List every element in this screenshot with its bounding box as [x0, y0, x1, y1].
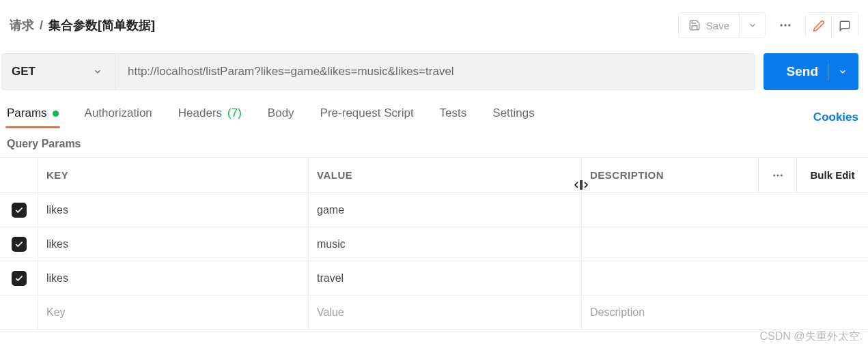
- params-table: KEY VALUE DESCRIPTION Bulk Edit likes ga…: [0, 157, 868, 330]
- row-description[interactable]: [582, 227, 868, 261]
- bulk-edit-button[interactable]: Bulk Edit: [797, 158, 868, 192]
- row-key-placeholder[interactable]: Key: [38, 295, 309, 329]
- tab-label: Headers: [178, 106, 222, 120]
- save-icon: [688, 19, 701, 31]
- query-params-label: Query Params: [0, 128, 868, 157]
- header-value: VALUE: [309, 158, 582, 192]
- header-key: KEY: [38, 158, 309, 192]
- row-key[interactable]: likes: [38, 193, 309, 227]
- tab-label: Authorization: [85, 106, 152, 120]
- url-input[interactable]: [115, 54, 755, 89]
- tabs-row: Params Authorization Headers (7) Body Pr…: [0, 90, 868, 128]
- tabs: Params Authorization Headers (7) Body Pr…: [5, 106, 536, 128]
- row-description[interactable]: [582, 261, 868, 295]
- table-row: likes game: [0, 193, 868, 227]
- header-bar: 请求 / 集合参数[简单数据] Save: [0, 0, 868, 48]
- more-options-button[interactable]: [772, 12, 798, 38]
- breadcrumb-current[interactable]: 集合参数[简单数据]: [48, 17, 155, 33]
- table-row-new[interactable]: Key Value Description: [0, 295, 868, 330]
- pencil-icon: [813, 20, 825, 32]
- breadcrumb: 请求 / 集合参数[简单数据]: [10, 17, 155, 33]
- svg-point-5: [780, 174, 782, 176]
- chevron-down-icon: [93, 67, 102, 76]
- header-description: DESCRIPTION: [582, 158, 759, 192]
- header-more[interactable]: [759, 158, 797, 192]
- breadcrumb-separator: /: [40, 18, 43, 33]
- method-label: GET: [12, 65, 36, 78]
- header-actions: Save: [678, 12, 858, 38]
- svg-point-0: [781, 24, 783, 26]
- watermark: CSDN @失重外太空.: [760, 330, 863, 344]
- svg-point-3: [773, 174, 775, 176]
- send-button[interactable]: Send: [764, 53, 858, 90]
- edit-button[interactable]: [806, 13, 832, 39]
- row-value[interactable]: music: [309, 227, 582, 261]
- tab-body[interactable]: Body: [266, 106, 296, 128]
- tab-tests[interactable]: Tests: [438, 106, 468, 128]
- row-checkbox-cell: [0, 295, 38, 329]
- tab-params[interactable]: Params: [5, 106, 60, 128]
- active-indicator-dot-icon: [53, 111, 59, 117]
- svg-point-4: [776, 174, 779, 176]
- row-value[interactable]: travel: [309, 261, 582, 295]
- cookies-link[interactable]: Cookies: [813, 111, 858, 124]
- svg-point-1: [784, 24, 786, 26]
- row-key[interactable]: likes: [38, 261, 309, 295]
- method-url-group: GET: [1, 53, 755, 90]
- tab-label: Body: [268, 106, 294, 120]
- table-row: likes travel: [0, 261, 868, 295]
- tab-prerequest[interactable]: Pre-request Script: [319, 106, 415, 128]
- chevron-down-icon: [838, 67, 848, 76]
- tab-label: Params: [7, 106, 47, 120]
- send-label: Send: [787, 64, 818, 79]
- send-dropdown[interactable]: [828, 63, 848, 80]
- tab-authorization[interactable]: Authorization: [83, 106, 154, 128]
- checkbox-checked-icon: [12, 237, 27, 252]
- view-actions: [805, 12, 858, 38]
- row-description-placeholder[interactable]: Description: [582, 295, 868, 329]
- chevron-down-icon: [748, 20, 757, 30]
- row-value[interactable]: game: [309, 193, 582, 227]
- table-header-row: KEY VALUE DESCRIPTION Bulk Edit: [0, 158, 868, 193]
- tab-settings[interactable]: Settings: [491, 106, 535, 128]
- row-checkbox-cell[interactable]: [0, 227, 38, 261]
- save-dropdown[interactable]: [739, 13, 765, 38]
- comment-button[interactable]: [832, 13, 858, 39]
- request-url-row: GET Send: [1, 48, 868, 90]
- table-row: likes music: [0, 227, 868, 261]
- svg-point-2: [788, 24, 790, 26]
- header-check-cell: [0, 158, 38, 192]
- checkbox-checked-icon: [12, 271, 27, 286]
- comment-icon: [839, 20, 851, 32]
- tab-headers[interactable]: Headers (7): [177, 106, 243, 128]
- method-select[interactable]: GET: [2, 54, 115, 89]
- row-key[interactable]: likes: [38, 227, 309, 261]
- more-horizontal-icon: [779, 18, 792, 32]
- tab-label: Settings: [492, 106, 534, 120]
- row-checkbox-cell[interactable]: [0, 193, 38, 227]
- breadcrumb-parent[interactable]: 请求: [10, 17, 34, 33]
- tab-label: Tests: [440, 106, 467, 120]
- row-value-placeholder[interactable]: Value: [309, 295, 582, 329]
- headers-count: (7): [227, 106, 242, 120]
- row-description[interactable]: [582, 193, 868, 227]
- save-button[interactable]: Save: [679, 13, 739, 38]
- checkbox-checked-icon: [12, 203, 27, 218]
- row-checkbox-cell[interactable]: [0, 261, 38, 295]
- more-horizontal-icon: [772, 169, 784, 182]
- tab-label: Pre-request Script: [320, 106, 414, 120]
- save-label: Save: [706, 20, 729, 31]
- save-button-group[interactable]: Save: [678, 12, 766, 38]
